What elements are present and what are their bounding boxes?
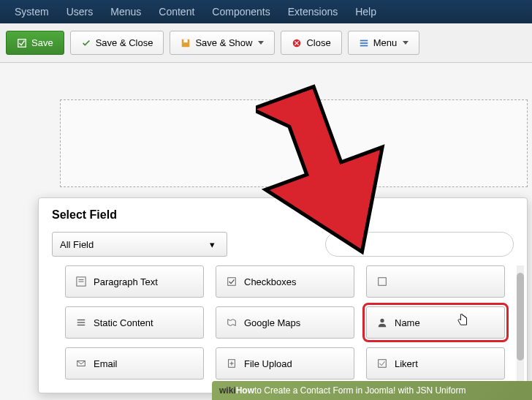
svg-rect-4	[360, 39, 368, 41]
nav-menus[interactable]: Menus	[102, 6, 150, 18]
brand-how: How	[236, 385, 254, 396]
field-email[interactable]: Email	[65, 347, 204, 380]
nav-users[interactable]: Users	[58, 6, 102, 18]
menu-icon	[359, 38, 369, 48]
field-search-input[interactable]	[325, 232, 514, 257]
footer-attribution: wikiHow to Create a Contact Form in Joom…	[212, 381, 532, 400]
field-name[interactable]: Name	[366, 306, 505, 339]
svg-point-15	[380, 319, 384, 322]
field-hidden[interactable]	[366, 265, 505, 298]
file-plus-icon	[227, 358, 237, 369]
caret-down-icon	[258, 41, 264, 45]
likert-icon	[377, 358, 387, 369]
nav-extensions[interactable]: Extensions	[279, 6, 346, 18]
svg-rect-6	[360, 45, 368, 46]
envelope-icon	[76, 358, 86, 369]
close-button[interactable]: Close	[281, 31, 341, 55]
nav-system[interactable]: System	[6, 6, 58, 18]
field-filter-label: All Field	[60, 239, 94, 250]
field-label: Email	[94, 358, 118, 369]
select-field-modal: Select Field All Field ▾ Paragraph Text …	[38, 197, 528, 393]
svg-rect-2	[184, 39, 188, 42]
field-label: File Upload	[244, 358, 292, 369]
top-nav: System Users Menus Content Components Ex…	[0, 0, 532, 23]
nav-content[interactable]: Content	[150, 6, 203, 18]
field-paragraph-text[interactable]: Paragraph Text	[65, 265, 204, 298]
svg-rect-5	[360, 42, 368, 44]
checkbox-icon	[227, 276, 237, 287]
field-file-upload[interactable]: File Upload	[216, 347, 354, 380]
disk-icon	[180, 38, 191, 48]
svg-rect-10	[228, 278, 236, 286]
close-icon	[292, 38, 302, 48]
svg-rect-0	[18, 39, 26, 47]
map-icon	[227, 317, 237, 328]
cursor-hand-icon	[457, 313, 470, 326]
field-checkboxes[interactable]: Checkboxes	[216, 265, 354, 298]
svg-rect-20	[379, 360, 387, 368]
scrollbar[interactable]	[517, 265, 524, 382]
modal-title: Select Field	[52, 208, 514, 222]
save-close-button[interactable]: Save & Close	[70, 31, 164, 55]
field-static-content[interactable]: Static Content	[65, 306, 204, 339]
check-icon	[81, 38, 91, 48]
nav-components[interactable]: Components	[203, 6, 278, 18]
person-icon	[377, 317, 387, 328]
save-label: Save	[31, 37, 53, 48]
paragraph-icon	[76, 276, 86, 287]
field-label: Static Content	[94, 317, 153, 328]
caret-down-icon	[403, 41, 408, 45]
toolbar: Save Save & Close Save & Show Close Menu	[0, 23, 532, 63]
nav-help[interactable]: Help	[346, 6, 385, 18]
field-likert[interactable]: Likert	[366, 347, 505, 380]
save-icon	[17, 38, 27, 48]
save-close-label: Save & Close	[96, 37, 153, 48]
footer-text: to Create a Contact Form in Joomla! with…	[254, 385, 466, 396]
save-button[interactable]: Save	[6, 31, 64, 55]
save-show-label: Save & Show	[195, 37, 252, 48]
form-drop-area[interactable]	[60, 99, 528, 187]
field-label: Paragraph Text	[94, 276, 158, 287]
close-label: Close	[306, 37, 330, 48]
square-icon	[377, 276, 387, 287]
field-filter-dropdown[interactable]: All Field ▾	[52, 232, 227, 257]
main-area	[0, 63, 532, 187]
field-label: Name	[395, 317, 420, 328]
svg-rect-11	[379, 278, 387, 286]
field-label: Checkboxes	[244, 276, 297, 287]
field-grid: Paragraph Text Checkboxes Static Content…	[52, 265, 514, 380]
chevron-down-icon: ▾	[205, 239, 219, 250]
scrollbar-thumb[interactable]	[517, 273, 524, 361]
menu-label: Menu	[373, 37, 398, 48]
modal-filter-row: All Field ▾	[52, 232, 514, 257]
menu-button[interactable]: Menu	[348, 31, 420, 55]
field-label: Likert	[395, 358, 418, 369]
brand-wiki: wiki	[219, 385, 236, 396]
field-label: Google Maps	[244, 317, 300, 328]
save-show-button[interactable]: Save & Show	[170, 31, 275, 55]
field-google-maps[interactable]: Google Maps	[216, 306, 354, 339]
lines-icon	[76, 317, 86, 328]
